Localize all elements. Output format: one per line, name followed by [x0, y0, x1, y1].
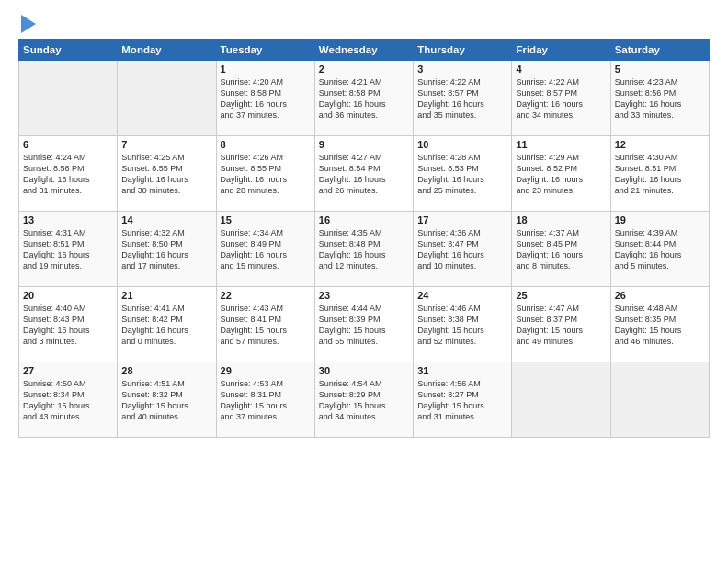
- cell-details: Sunrise: 4:25 AM Sunset: 8:55 PM Dayligh…: [121, 152, 211, 197]
- day-number: 23: [319, 290, 409, 301]
- day-number: 28: [121, 365, 211, 376]
- day-number: 1: [221, 63, 311, 75]
- calendar-cell: 22Sunrise: 4:43 AM Sunset: 8:41 PM Dayli…: [216, 287, 314, 362]
- cell-details: Sunrise: 4:46 AM Sunset: 8:38 PM Dayligh…: [417, 303, 507, 348]
- calendar-cell: [610, 362, 709, 438]
- calendar-cell: 6Sunrise: 4:24 AM Sunset: 8:56 PM Daylig…: [19, 136, 118, 212]
- calendar-cell: 30Sunrise: 4:54 AM Sunset: 8:29 PM Dayli…: [314, 362, 413, 438]
- calendar-cell: 24Sunrise: 4:46 AM Sunset: 8:38 PM Dayli…: [414, 287, 512, 362]
- cell-details: Sunrise: 4:41 AM Sunset: 8:42 PM Dayligh…: [121, 303, 211, 348]
- day-number: 15: [221, 214, 311, 225]
- calendar-cell: [118, 61, 216, 136]
- day-number: 18: [516, 214, 606, 225]
- day-number: 25: [516, 290, 606, 301]
- cell-details: Sunrise: 4:20 AM Sunset: 8:58 PM Dayligh…: [221, 76, 311, 121]
- day-number: 5: [615, 63, 705, 75]
- cell-details: Sunrise: 4:34 AM Sunset: 8:49 PM Dayligh…: [221, 227, 311, 272]
- cell-details: Sunrise: 4:56 AM Sunset: 8:27 PM Dayligh…: [417, 378, 507, 423]
- cell-details: Sunrise: 4:39 AM Sunset: 8:44 PM Dayligh…: [615, 227, 705, 272]
- calendar-cell: 10Sunrise: 4:28 AM Sunset: 8:53 PM Dayli…: [414, 136, 512, 212]
- cell-details: Sunrise: 4:54 AM Sunset: 8:29 PM Dayligh…: [319, 378, 409, 423]
- calendar-cell: 17Sunrise: 4:36 AM Sunset: 8:47 PM Dayli…: [414, 212, 512, 287]
- cell-details: Sunrise: 4:28 AM Sunset: 8:53 PM Dayligh…: [417, 152, 507, 197]
- calendar-cell: 31Sunrise: 4:56 AM Sunset: 8:27 PM Dayli…: [414, 362, 512, 438]
- cell-details: Sunrise: 4:36 AM Sunset: 8:47 PM Dayligh…: [417, 227, 507, 272]
- calendar-cell: 26Sunrise: 4:48 AM Sunset: 8:35 PM Dayli…: [610, 287, 709, 362]
- calendar-cell: 1Sunrise: 4:20 AM Sunset: 8:58 PM Daylig…: [216, 61, 314, 136]
- day-number: 30: [319, 365, 409, 376]
- calendar-cell: 21Sunrise: 4:41 AM Sunset: 8:42 PM Dayli…: [118, 287, 216, 362]
- calendar-week-4: 20Sunrise: 4:40 AM Sunset: 8:43 PM Dayli…: [19, 287, 710, 362]
- cell-details: Sunrise: 4:30 AM Sunset: 8:51 PM Dayligh…: [615, 152, 705, 197]
- calendar-cell: 9Sunrise: 4:27 AM Sunset: 8:54 PM Daylig…: [314, 136, 413, 212]
- calendar-table: SundayMondayTuesdayWednesdayThursdayFrid…: [18, 39, 710, 438]
- day-number: 3: [417, 63, 507, 75]
- calendar-cell: 11Sunrise: 4:29 AM Sunset: 8:52 PM Dayli…: [512, 136, 610, 212]
- calendar-cell: 13Sunrise: 4:31 AM Sunset: 8:51 PM Dayli…: [19, 212, 118, 287]
- calendar-week-3: 13Sunrise: 4:31 AM Sunset: 8:51 PM Dayli…: [19, 212, 710, 287]
- day-number: 29: [221, 365, 311, 376]
- calendar-cell: 27Sunrise: 4:50 AM Sunset: 8:34 PM Dayli…: [19, 362, 118, 438]
- cell-details: Sunrise: 4:50 AM Sunset: 8:34 PM Dayligh…: [23, 378, 113, 423]
- cell-details: Sunrise: 4:32 AM Sunset: 8:50 PM Dayligh…: [121, 227, 211, 272]
- cell-details: Sunrise: 4:53 AM Sunset: 8:31 PM Dayligh…: [221, 378, 311, 423]
- day-number: 21: [121, 290, 211, 301]
- cell-details: Sunrise: 4:47 AM Sunset: 8:37 PM Dayligh…: [516, 303, 606, 348]
- cell-details: Sunrise: 4:40 AM Sunset: 8:43 PM Dayligh…: [23, 303, 113, 348]
- day-number: 13: [23, 214, 113, 225]
- calendar-cell: [512, 362, 610, 438]
- logo-arrow-icon: [21, 15, 36, 33]
- calendar-cell: 3Sunrise: 4:22 AM Sunset: 8:57 PM Daylig…: [414, 61, 512, 136]
- calendar-cell: [19, 61, 118, 136]
- calendar-header-row: SundayMondayTuesdayWednesdayThursdayFrid…: [19, 40, 710, 61]
- cell-details: Sunrise: 4:37 AM Sunset: 8:45 PM Dayligh…: [516, 227, 606, 272]
- day-number: 14: [121, 214, 211, 225]
- calendar-cell: 4Sunrise: 4:22 AM Sunset: 8:57 PM Daylig…: [512, 61, 610, 136]
- logo: [18, 17, 36, 29]
- day-number: 9: [319, 139, 409, 150]
- day-number: 24: [417, 290, 507, 301]
- calendar-cell: 20Sunrise: 4:40 AM Sunset: 8:43 PM Dayli…: [19, 287, 118, 362]
- calendar-cell: 18Sunrise: 4:37 AM Sunset: 8:45 PM Dayli…: [512, 212, 610, 287]
- day-number: 26: [615, 290, 705, 301]
- cell-details: Sunrise: 4:35 AM Sunset: 8:48 PM Dayligh…: [319, 227, 409, 272]
- day-number: 19: [615, 214, 705, 225]
- calendar-cell: 23Sunrise: 4:44 AM Sunset: 8:39 PM Dayli…: [314, 287, 413, 362]
- day-number: 31: [417, 365, 507, 376]
- day-number: 4: [516, 63, 606, 75]
- calendar-cell: 14Sunrise: 4:32 AM Sunset: 8:50 PM Dayli…: [118, 212, 216, 287]
- cell-details: Sunrise: 4:22 AM Sunset: 8:57 PM Dayligh…: [417, 76, 507, 121]
- weekday-header-monday: Monday: [118, 40, 216, 61]
- cell-details: Sunrise: 4:22 AM Sunset: 8:57 PM Dayligh…: [516, 76, 606, 121]
- calendar-cell: 25Sunrise: 4:47 AM Sunset: 8:37 PM Dayli…: [512, 287, 610, 362]
- calendar-week-5: 27Sunrise: 4:50 AM Sunset: 8:34 PM Dayli…: [19, 362, 710, 438]
- cell-details: Sunrise: 4:26 AM Sunset: 8:55 PM Dayligh…: [221, 152, 311, 197]
- calendar-cell: 28Sunrise: 4:51 AM Sunset: 8:32 PM Dayli…: [118, 362, 216, 438]
- page: SundayMondayTuesdayWednesdayThursdayFrid…: [0, 0, 728, 563]
- day-number: 17: [417, 214, 507, 225]
- calendar-cell: 29Sunrise: 4:53 AM Sunset: 8:31 PM Dayli…: [216, 362, 314, 438]
- weekday-header-sunday: Sunday: [19, 40, 118, 61]
- calendar-cell: 19Sunrise: 4:39 AM Sunset: 8:44 PM Dayli…: [610, 212, 709, 287]
- weekday-header-thursday: Thursday: [414, 40, 512, 61]
- weekday-header-saturday: Saturday: [610, 40, 709, 61]
- weekday-header-friday: Friday: [512, 40, 610, 61]
- cell-details: Sunrise: 4:51 AM Sunset: 8:32 PM Dayligh…: [121, 378, 211, 423]
- day-number: 16: [319, 214, 409, 225]
- calendar-cell: 8Sunrise: 4:26 AM Sunset: 8:55 PM Daylig…: [216, 136, 314, 212]
- calendar-cell: 7Sunrise: 4:25 AM Sunset: 8:55 PM Daylig…: [118, 136, 216, 212]
- cell-details: Sunrise: 4:23 AM Sunset: 8:56 PM Dayligh…: [615, 76, 705, 121]
- day-number: 11: [516, 139, 606, 150]
- calendar-cell: 15Sunrise: 4:34 AM Sunset: 8:49 PM Dayli…: [216, 212, 314, 287]
- day-number: 8: [221, 139, 311, 150]
- calendar-week-1: 1Sunrise: 4:20 AM Sunset: 8:58 PM Daylig…: [19, 61, 710, 136]
- day-number: 6: [23, 139, 113, 150]
- cell-details: Sunrise: 4:24 AM Sunset: 8:56 PM Dayligh…: [23, 152, 113, 197]
- day-number: 20: [23, 290, 113, 301]
- cell-details: Sunrise: 4:29 AM Sunset: 8:52 PM Dayligh…: [516, 152, 606, 197]
- day-number: 2: [319, 63, 409, 75]
- weekday-header-wednesday: Wednesday: [314, 40, 413, 61]
- cell-details: Sunrise: 4:21 AM Sunset: 8:58 PM Dayligh…: [319, 76, 409, 121]
- calendar-cell: 2Sunrise: 4:21 AM Sunset: 8:58 PM Daylig…: [314, 61, 413, 136]
- calendar-week-2: 6Sunrise: 4:24 AM Sunset: 8:56 PM Daylig…: [19, 136, 710, 212]
